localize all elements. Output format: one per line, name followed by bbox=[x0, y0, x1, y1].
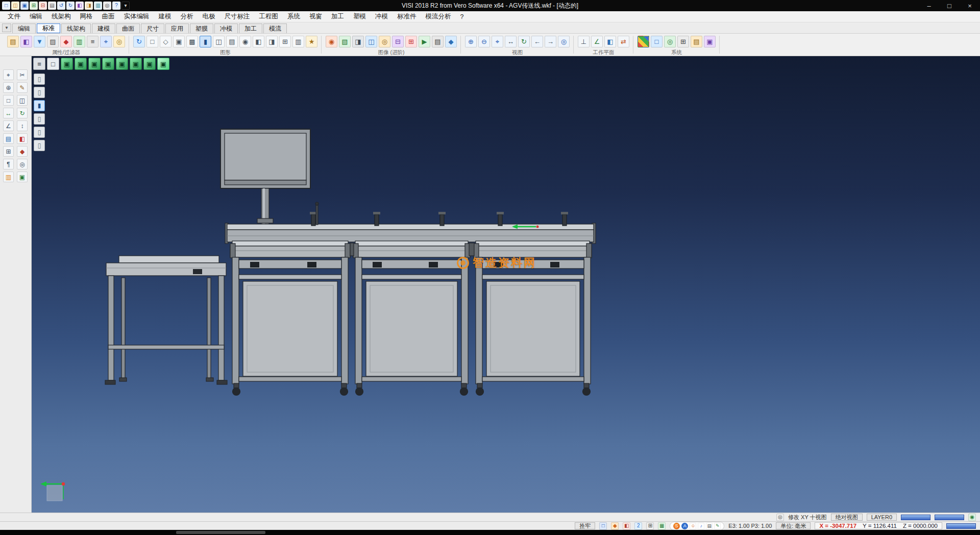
system-globe-icon[interactable]: ◎ bbox=[664, 36, 676, 47]
plot-icon[interactable]: ▥ bbox=[3, 172, 14, 182]
status-help-icon[interactable]: 2 bbox=[634, 522, 642, 530]
tab-dropdown-caret[interactable]: ▼ bbox=[2, 23, 11, 32]
workplane-swap-icon[interactable]: ⇄ bbox=[618, 36, 629, 47]
view-bottom-icon[interactable]: ▣ bbox=[143, 58, 156, 70]
menu-item-16[interactable]: 冲模 bbox=[371, 11, 393, 22]
trim-icon[interactable]: ✂ bbox=[17, 69, 28, 80]
snapshot-icon[interactable]: ▤ bbox=[432, 36, 444, 47]
viewport[interactable]: ≡□▣▣▣▣▣▣▣▣ ▯▯▮▯▯▯ 智造资料网 bbox=[32, 56, 980, 513]
workplane-face-icon[interactable]: ◧ bbox=[604, 36, 616, 47]
section-reset-icon[interactable]: ▯ bbox=[34, 140, 45, 151]
settings-icon[interactable]: ◎ bbox=[103, 2, 111, 10]
group-icon[interactable]: ⊞ bbox=[3, 146, 14, 157]
tab-8[interactable]: 塑膜 bbox=[190, 23, 213, 33]
status-display-icon[interactable]: □ bbox=[599, 522, 607, 530]
smooth-icon[interactable]: ◉ bbox=[239, 36, 251, 47]
filter-layer-icon[interactable]: ▥ bbox=[74, 36, 85, 47]
snap-point-icon[interactable]: ⊕ bbox=[3, 82, 14, 93]
menu-item-9[interactable]: 电极 bbox=[198, 11, 220, 22]
new-file-icon[interactable]: □ bbox=[2, 2, 10, 10]
texture-icon[interactable]: ▧ bbox=[339, 36, 351, 47]
section-active-icon[interactable]: ▮ bbox=[34, 100, 45, 111]
menu-item-19[interactable]: ? bbox=[456, 11, 469, 22]
filter-icon[interactable]: ▼ bbox=[34, 36, 45, 47]
menu-item-6[interactable]: 实体编辑 bbox=[119, 11, 154, 22]
section-y-icon[interactable]: ▯ bbox=[34, 87, 45, 98]
wireframe-icon[interactable]: □ bbox=[146, 36, 158, 47]
status-snap-icon[interactable]: ◆ bbox=[611, 522, 619, 530]
view-back-icon[interactable]: ▣ bbox=[130, 58, 142, 70]
view-left-icon[interactable]: ▣ bbox=[116, 58, 128, 70]
advanced-render-icon[interactable]: ◉ bbox=[326, 36, 337, 47]
preview-icon[interactable]: ◎ bbox=[17, 159, 28, 169]
view-isometric-icon[interactable]: ▣ bbox=[61, 58, 73, 70]
section-z-icon[interactable]: ▯ bbox=[34, 113, 45, 125]
active-shading-icon[interactable]: ▮ bbox=[200, 36, 211, 47]
explode-view-icon[interactable]: ⊞ bbox=[405, 36, 417, 47]
workplane-standard-icon[interactable]: ⊥ bbox=[578, 36, 590, 47]
view-top-icon[interactable]: ▣ bbox=[88, 58, 101, 70]
perspective-icon[interactable]: ◨ bbox=[266, 36, 278, 47]
active-layer-button[interactable]: LAYER0 bbox=[867, 514, 897, 521]
ime-voice-icon[interactable]: ♪ bbox=[698, 523, 704, 529]
tab-11[interactable]: 模流 bbox=[263, 23, 287, 33]
menu-item-15[interactable]: 塑模 bbox=[349, 11, 371, 22]
import-icon[interactable]: ⊞ bbox=[30, 2, 38, 10]
pan-icon[interactable]: ↔ bbox=[505, 36, 517, 47]
menu-item-4[interactable]: 网格 bbox=[76, 11, 97, 22]
filter-color-icon[interactable]: ◆ bbox=[60, 36, 72, 47]
next-view-icon[interactable]: → bbox=[545, 36, 556, 47]
shaded-icon[interactable]: ▣ bbox=[173, 36, 185, 47]
menu-item-14[interactable]: 加工 bbox=[327, 11, 349, 22]
save-icon[interactable]: ▣ bbox=[20, 2, 29, 10]
filter-mask-icon[interactable]: ▨ bbox=[47, 36, 59, 47]
ime-toolbox-icon[interactable]: ✎ bbox=[714, 523, 721, 529]
compare-icon[interactable]: ◆ bbox=[445, 36, 457, 47]
move-tool-icon[interactable]: ↔ bbox=[3, 108, 14, 118]
section-x-icon[interactable]: ▯ bbox=[34, 74, 45, 85]
zoom-window-icon[interactable]: ⌖ bbox=[492, 36, 503, 47]
tab-4[interactable]: 建模 bbox=[92, 23, 115, 33]
ghost-icon[interactable]: ◫ bbox=[213, 36, 225, 47]
maximize-button[interactable]: □ bbox=[939, 0, 960, 11]
system-grid-icon[interactable]: ⊞ bbox=[677, 36, 689, 47]
status-theme-icon[interactable]: ◉ bbox=[968, 514, 976, 521]
animation-icon[interactable]: ▶ bbox=[419, 36, 430, 47]
copy-icon[interactable]: ◧ bbox=[76, 2, 84, 10]
menu-item-10[interactable]: 尺寸标注 bbox=[220, 11, 255, 22]
background-icon[interactable]: ▥ bbox=[292, 36, 304, 47]
export-icon[interactable]: ⊟ bbox=[39, 2, 47, 10]
help-icon[interactable]: ? bbox=[112, 2, 120, 10]
single-view-icon[interactable]: □ bbox=[47, 58, 59, 70]
tab-2[interactable]: 标准 bbox=[37, 23, 60, 33]
tab-10[interactable]: 加工 bbox=[239, 23, 262, 33]
system-table-icon[interactable]: ▤ bbox=[691, 36, 702, 47]
isolate-icon[interactable]: ◎ bbox=[113, 36, 125, 47]
regenerate-icon[interactable]: ↻ bbox=[133, 36, 145, 47]
close-button[interactable]: × bbox=[960, 0, 980, 11]
tab-1[interactable]: 编辑 bbox=[12, 23, 36, 33]
menu-item-2[interactable]: 编辑 bbox=[25, 11, 47, 22]
workplane-angle-icon[interactable]: ∠ bbox=[591, 36, 603, 47]
attributes-icon[interactable]: ▤ bbox=[7, 36, 19, 47]
ime-keyboard-icon[interactable]: ▤ bbox=[706, 523, 713, 529]
reflection-icon[interactable]: ◫ bbox=[365, 36, 377, 47]
view-dynamic-icon[interactable]: ▣ bbox=[157, 58, 169, 70]
shadow-icon[interactable]: ◨ bbox=[352, 36, 364, 47]
zoom-in-icon[interactable]: ⊕ bbox=[465, 36, 477, 47]
menu-item-18[interactable]: 模流分析 bbox=[421, 11, 456, 22]
tab-5[interactable]: 曲面 bbox=[116, 23, 140, 33]
menu-item-17[interactable]: 标准件 bbox=[393, 11, 421, 22]
menu-item-12[interactable]: 系统 bbox=[283, 11, 305, 22]
mirror-tool-icon[interactable]: ◫ bbox=[17, 95, 28, 106]
menu-item-5[interactable]: 曲面 bbox=[97, 11, 119, 22]
section-view-icon[interactable]: ⊟ bbox=[392, 36, 404, 47]
ime-mode-icon[interactable]: A bbox=[681, 523, 688, 529]
menu-item-13[interactable]: 视窗 bbox=[305, 11, 327, 22]
materials-icon[interactable]: ★ bbox=[306, 36, 317, 47]
flat-icon[interactable]: ◧ bbox=[253, 36, 264, 47]
grid-icon[interactable]: ⊞ bbox=[279, 36, 291, 47]
edges-icon[interactable]: ▤ bbox=[226, 36, 238, 47]
view-mode-icon[interactable]: ◎ bbox=[776, 514, 784, 521]
explode-icon[interactable]: ◆ bbox=[17, 146, 28, 157]
